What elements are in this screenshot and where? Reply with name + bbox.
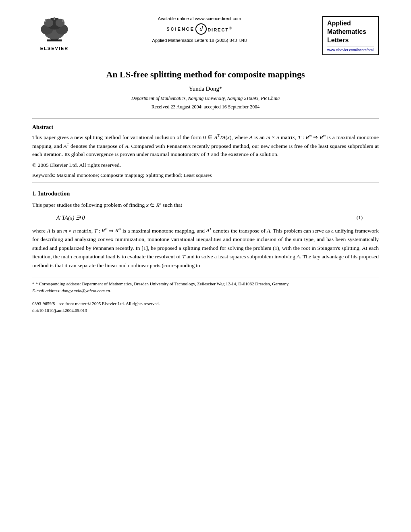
elsevier-logo: ELSEVIER: [32, 16, 77, 51]
email-address: dongyunda@yahoo.com.cn.: [62, 288, 111, 293]
journal-box: AppliedMathematicsLetters www.elsevier.c…: [322, 16, 379, 55]
direct-text: DIRECT®: [208, 26, 232, 32]
svg-rect-10: [47, 39, 62, 42]
elsevier-tree-icon: [36, 16, 73, 44]
header: ELSEVIER Available online at www.science…: [32, 16, 379, 55]
registered-symbol: ®: [229, 26, 232, 30]
doi-line: doi:10.1016/j.aml.2004.09.013: [32, 307, 379, 314]
page: ELSEVIER Available online at www.science…: [0, 0, 411, 532]
abstract-top-divider: [32, 118, 379, 118]
received-dates: Received 23 August 2004; accepted 16 Sep…: [32, 104, 379, 110]
section1-para1: This paper studies the following problem…: [32, 200, 379, 209]
svg-rect-7: [45, 19, 46, 22]
sciencedirect-logo: SCIENCE d DIRECT®: [85, 23, 314, 35]
journal-citation: Applied Mathematics Letters 18 (2005) 84…: [85, 38, 314, 43]
issn-line: 0893-9659/$ - see front matter © 2005 El…: [32, 300, 379, 307]
author-affiliation: Department of Mathematics, Nanjing Unive…: [32, 96, 379, 102]
abstract-label: Abstract: [32, 124, 379, 131]
bottom-info: 0893-9659/$ - see front matter © 2005 El…: [32, 300, 379, 314]
journal-url: www.elsevier.com/locate/aml: [327, 48, 374, 52]
author-name: Yunda Dong*: [32, 85, 379, 92]
abstract-text: This paper gives a new splitting method …: [32, 133, 379, 159]
journal-box-title: AppliedMathematicsLetters: [327, 19, 374, 44]
svg-rect-8: [54, 17, 55, 20]
science-text: SCIENCE: [166, 27, 195, 31]
copyright-text: © 2005 Elsevier Ltd. All rights reserved…: [32, 161, 379, 170]
equation-1-block: ATTA(x) ∋ 0 (1): [56, 214, 363, 221]
available-online-text: Available online at www.sciencedirect.co…: [85, 16, 314, 21]
elsevier-wordmark: ELSEVIER: [40, 46, 68, 51]
equation-1: ATTA(x) ∋ 0: [56, 214, 85, 221]
equation-1-number: (1): [357, 214, 363, 221]
paper-title: An LS-free splitting method for composit…: [32, 69, 379, 80]
email-label: E-mail address:: [32, 288, 60, 293]
keywords: Keywords: Maximal monotone; Composite ma…: [32, 172, 379, 179]
abstract-bottom-divider: [32, 183, 379, 183]
footnote-corresponding: * * Corresponding address: Department of…: [32, 281, 379, 287]
center-header: Available online at www.sciencedirect.co…: [77, 16, 322, 43]
sd-d-icon: d: [195, 23, 207, 35]
footnote-text: * Corresponding address: Department of M…: [35, 281, 289, 286]
section1-heading: 1. Introduction: [32, 190, 379, 197]
header-divider: [32, 61, 379, 61]
footnote-email: E-mail address: dongyunda@yahoo.com.cn.: [32, 287, 379, 294]
footnote-star: *: [32, 281, 35, 286]
section1-para2: where A is an m × n matrix, T : Rm ⇒ Rm …: [32, 226, 379, 270]
footnote-divider: [32, 278, 379, 278]
svg-rect-9: [62, 19, 64, 22]
